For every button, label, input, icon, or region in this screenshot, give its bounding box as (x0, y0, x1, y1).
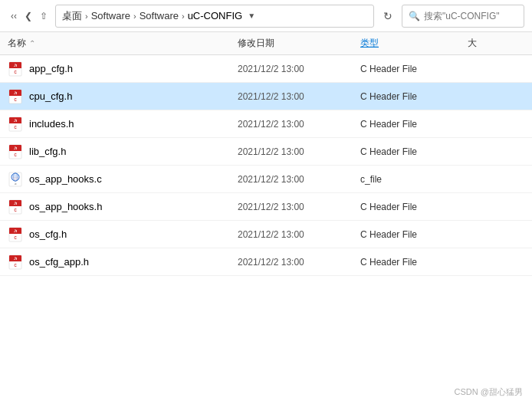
col-date-header[interactable]: 修改日期 (238, 37, 360, 50)
file-name: app_cfg.h (29, 63, 73, 74)
sep3: › (182, 11, 185, 21)
file-type: c_file (360, 174, 468, 185)
c-file-icon: .c (8, 172, 22, 187)
table-row[interactable]: .h C os_app_hooks.h 2021/12/2 13:00 C He… (0, 193, 532, 221)
file-date: 2021/12/2 13:00 (238, 174, 360, 185)
back-button[interactable]: ‹‹ (8, 8, 20, 24)
file-date: 2021/12/2 13:00 (238, 119, 360, 130)
table-row[interactable]: .h C os_cfg_app.h 2021/12/2 13:00 C Head… (0, 248, 532, 276)
c-header-icon: .h C (8, 227, 22, 242)
table-row[interactable]: .h C cpu_cfg.h 2021/12/2 13:00 C Header … (0, 83, 532, 110)
table-row[interactable]: .h C includes.h 2021/12/2 13:00 C Header… (0, 110, 532, 138)
watermark: CSDN @甜心猛男 (455, 386, 523, 398)
sort-arrow-icon: ⌃ (29, 39, 35, 48)
file-name: lib_cfg.h (29, 146, 66, 157)
breadcrumb-software2[interactable]: Software (140, 10, 179, 21)
breadcrumb-desktop[interactable]: 桌面 (62, 9, 82, 23)
file-icon: .h C (8, 117, 23, 132)
column-header: 名称 ⌃ 修改日期 类型 大 (0, 32, 532, 55)
c-header-icon: .h C (8, 199, 22, 215)
svg-text:.h: .h (14, 62, 17, 67)
search-icon: 🔍 (409, 11, 420, 21)
svg-text:.c: .c (14, 182, 16, 186)
file-icon: .h C (8, 199, 23, 215)
file-type: C Header File (360, 119, 468, 130)
file-icon: .h C (8, 89, 23, 104)
file-icon: .c (8, 172, 23, 187)
file-type: C Header File (360, 257, 468, 268)
file-name-cell: .h C os_cfg.h (8, 227, 238, 242)
file-list: .h C app_cfg.h 2021/12/2 13:00 C Header … (0, 55, 532, 404)
file-name: os_app_hooks.h (29, 201, 102, 212)
table-row[interactable]: .c os_app_hooks.c 2021/12/2 13:00 c_file (0, 166, 532, 193)
file-name: os_cfg.h (29, 228, 67, 240)
table-row[interactable]: .h C os_cfg.h 2021/12/2 13:00 C Header F… (0, 221, 532, 248)
file-name-cell: .c os_app_hooks.c (8, 172, 238, 187)
file-name: os_app_hooks.c (29, 173, 102, 185)
search-box: 🔍 (402, 5, 524, 28)
file-icon: .h C (8, 227, 23, 242)
svg-text:.h: .h (14, 145, 17, 149)
file-date: 2021/12/2 13:00 (238, 229, 360, 240)
file-date: 2021/12/2 13:00 (238, 202, 360, 212)
file-name: includes.h (29, 118, 74, 130)
col-size-header[interactable]: 大 (468, 37, 524, 50)
file-date: 2021/12/2 13:00 (238, 146, 360, 157)
file-date: 2021/12/2 13:00 (238, 257, 360, 268)
c-header-icon: .h C (8, 117, 22, 132)
search-input[interactable] (424, 11, 516, 21)
breadcrumb-software1[interactable]: Software (91, 10, 130, 21)
file-date: 2021/12/2 13:00 (238, 64, 360, 74)
c-header-icon: .h C (8, 89, 22, 104)
nav-arrows: ‹‹ ❮ ⇧ (8, 8, 51, 24)
table-row[interactable]: .h C app_cfg.h 2021/12/2 13:00 C Header … (0, 55, 532, 83)
address-bar: ‹‹ ❮ ⇧ 桌面 › Software › Software › uC-CON… (0, 0, 532, 32)
file-name-cell: .h C app_cfg.h (8, 61, 238, 77)
breadcrumb-dropdown[interactable]: ▼ (245, 11, 258, 20)
file-name: os_cfg_app.h (29, 256, 89, 268)
file-type: C Header File (360, 146, 468, 157)
file-date: 2021/12/2 13:00 (238, 91, 360, 102)
table-row[interactable]: .h C lib_cfg.h 2021/12/2 13:00 C Header … (0, 138, 532, 166)
file-name-cell: .h C lib_cfg.h (8, 144, 238, 159)
forward-button[interactable]: ❮ (21, 8, 35, 24)
file-type: C Header File (360, 91, 468, 102)
svg-text:.h: .h (14, 228, 17, 232)
file-icon: .h C (8, 255, 23, 270)
file-icon: .h C (8, 144, 23, 159)
col-type-header[interactable]: 类型 (360, 37, 468, 50)
c-header-icon: .h C (8, 61, 22, 77)
c-header-icon: .h C (8, 144, 22, 159)
col-name-header[interactable]: 名称 ⌃ (8, 37, 238, 50)
file-name-cell: .h C os_app_hooks.h (8, 199, 238, 215)
svg-text:.h: .h (14, 255, 17, 260)
breadcrumb: 桌面 › Software › Software › uC-CONFIG ▼ (55, 5, 374, 28)
file-name-cell: .h C os_cfg_app.h (8, 255, 238, 270)
file-type: C Header File (360, 229, 468, 240)
sep2: › (133, 11, 136, 21)
svg-text:.h: .h (14, 90, 17, 94)
sep1: › (85, 11, 88, 21)
file-icon: .h C (8, 61, 23, 77)
file-name-cell: .h C cpu_cfg.h (8, 89, 238, 104)
svg-text:.h: .h (14, 200, 17, 205)
file-type: C Header File (360, 64, 468, 74)
refresh-button[interactable]: ↻ (379, 8, 397, 25)
c-header-icon: .h C (8, 255, 22, 270)
file-type: C Header File (360, 202, 468, 212)
breadcrumb-uc-config[interactable]: uC-CONFIG (188, 10, 243, 21)
file-name-cell: .h C includes.h (8, 117, 238, 132)
col-name-label: 名称 (8, 37, 26, 50)
file-name: cpu_cfg.h (29, 90, 72, 102)
svg-text:.h: .h (14, 117, 17, 122)
up-button[interactable]: ⇧ (37, 8, 51, 24)
